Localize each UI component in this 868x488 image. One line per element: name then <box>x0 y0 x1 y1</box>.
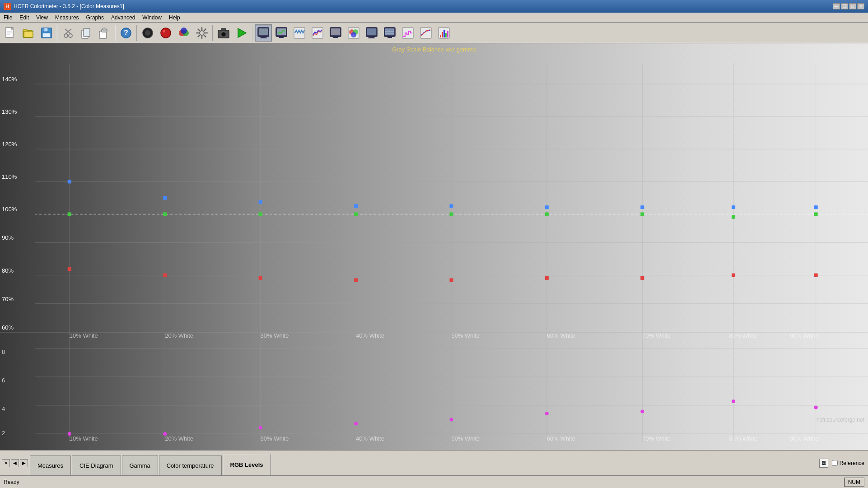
green-dot-5 <box>449 212 453 216</box>
menu-advanced[interactable]: Advanced <box>107 14 139 22</box>
toolbar-cut[interactable] <box>60 24 77 42</box>
svg-point-24 <box>145 30 150 36</box>
menu-edit[interactable]: Edit <box>16 14 33 22</box>
svg-rect-55 <box>333 37 338 38</box>
svg-rect-10 <box>44 28 45 32</box>
svg-rect-47 <box>260 37 267 38</box>
close-tab-button[interactable]: ✕ <box>2 459 10 467</box>
prev-tab-button[interactable]: ◀ <box>11 459 19 467</box>
svg-point-26 <box>163 30 165 33</box>
tab-rgblevels[interactable]: RGB Levels <box>223 454 271 475</box>
menu-measures[interactable]: Measures <box>51 14 83 22</box>
svg-point-41 <box>222 33 225 36</box>
toolbar-save[interactable] <box>38 24 55 42</box>
toolbar: ? <box>0 23 868 43</box>
svg-rect-7 <box>24 31 33 37</box>
green-dot-3 <box>259 212 262 216</box>
svg-point-30 <box>200 31 204 35</box>
green-dot-9 <box>814 212 818 216</box>
minimize-button[interactable]: — <box>833 3 840 9</box>
svg-rect-42 <box>221 28 226 31</box>
magenta-dot-2 <box>163 432 167 436</box>
status-text: Ready <box>4 479 424 485</box>
green-dot-4 <box>354 212 358 216</box>
svg-point-25 <box>161 28 171 38</box>
magenta-dot-7 <box>640 409 644 413</box>
toolbar-graph-display2[interactable] <box>273 24 290 42</box>
green-dot-6 <box>545 212 549 216</box>
menu-file[interactable]: File <box>0 14 16 22</box>
menubar: File Edit View Measures Graphs Advanced … <box>0 13 868 23</box>
svg-point-13 <box>69 34 72 37</box>
toolbar-measure-red[interactable] <box>157 24 174 42</box>
green-dot-7 <box>640 212 644 216</box>
toolbar-graph-color[interactable] <box>345 24 362 42</box>
tab-gamma[interactable]: Gamma <box>122 455 158 475</box>
toolbar-graph-display4[interactable] <box>381 24 398 42</box>
statusbar: Ready NUM <box>0 475 868 488</box>
toolbar-graph-display1[interactable] <box>255 24 272 42</box>
chart-svg <box>0 43 868 450</box>
toolbar-settings[interactable] <box>193 24 210 42</box>
magenta-dot-3 <box>259 426 262 429</box>
tabs-container: Measures CIE Diagram Gamma Color tempera… <box>30 451 816 475</box>
toolbar-help[interactable]: ? <box>117 24 135 42</box>
tab-measures[interactable]: Measures <box>30 455 71 475</box>
window-controls: — ❐ □ ✕ <box>833 3 864 9</box>
toolbar-new[interactable] <box>2 24 19 42</box>
svg-point-59 <box>351 32 356 37</box>
num-indicator: NUM <box>844 478 864 487</box>
restore-button[interactable]: ❐ <box>841 3 848 9</box>
reference-icon: 🖼 <box>819 459 828 468</box>
window-title: HCFR Colorimeter - 3.5.2 - [Color Measur… <box>14 3 833 9</box>
svg-rect-11 <box>42 33 51 37</box>
magenta-dot-4 <box>354 422 358 425</box>
maximize-button[interactable]: □ <box>849 3 856 9</box>
toolbar-graph-monitor[interactable] <box>363 24 380 42</box>
toolbar-copy[interactable] <box>78 24 95 42</box>
blue-dot-3 <box>259 200 262 204</box>
svg-text:?: ? <box>124 29 128 37</box>
next-tab-button[interactable]: ▶ <box>20 459 28 467</box>
svg-point-12 <box>64 34 68 37</box>
magenta-dot-9 <box>814 405 818 409</box>
toolbar-graph-waves[interactable] <box>291 24 308 42</box>
toolbar-play[interactable] <box>233 24 250 42</box>
blue-dot-7 <box>640 205 644 209</box>
menu-graphs[interactable]: Graphs <box>83 14 107 22</box>
svg-rect-72 <box>440 35 441 37</box>
menu-view[interactable]: View <box>33 14 51 22</box>
svg-rect-73 <box>442 32 443 37</box>
toolbar-open[interactable] <box>20 24 37 42</box>
close-button[interactable]: ✕ <box>857 3 864 9</box>
toolbar-paste[interactable] <box>96 24 113 42</box>
svg-point-29 <box>181 28 187 34</box>
svg-rect-76 <box>447 31 448 37</box>
toolbar-graph-rgb[interactable] <box>417 24 434 42</box>
svg-rect-75 <box>445 33 447 37</box>
menu-window[interactable]: Window <box>139 14 165 22</box>
toolbar-measure-multi[interactable] <box>175 24 192 42</box>
svg-rect-74 <box>443 30 445 37</box>
toolbar-camera[interactable] <box>215 24 232 42</box>
blue-dot-5 <box>449 204 453 208</box>
toolbar-measure-black[interactable] <box>139 24 156 42</box>
green-dot-2 <box>163 212 167 216</box>
toolbar-graph-histogram[interactable] <box>435 24 453 42</box>
magenta-dot-6 <box>545 412 549 415</box>
tab-colortemp[interactable]: Color temperature <box>159 455 222 475</box>
blue-dot-1 <box>68 180 71 183</box>
blue-dot-9 <box>814 205 818 209</box>
menu-help[interactable]: Help <box>165 14 184 22</box>
toolbar-graph-display3[interactable] <box>327 24 344 42</box>
svg-rect-61 <box>367 28 376 35</box>
nav-buttons: ✕ ◀ ▶ <box>0 451 30 475</box>
toolbar-graph-levels[interactable] <box>399 24 416 42</box>
reference-checkbox[interactable] <box>832 460 838 466</box>
red-dot-5 <box>449 278 453 282</box>
blue-dot-2 <box>163 196 167 200</box>
tab-cie[interactable]: CIE Diagram <box>72 455 121 475</box>
red-dot-3 <box>259 276 262 280</box>
red-dot-1 <box>68 267 71 271</box>
toolbar-graph-multiline[interactable] <box>309 24 326 42</box>
